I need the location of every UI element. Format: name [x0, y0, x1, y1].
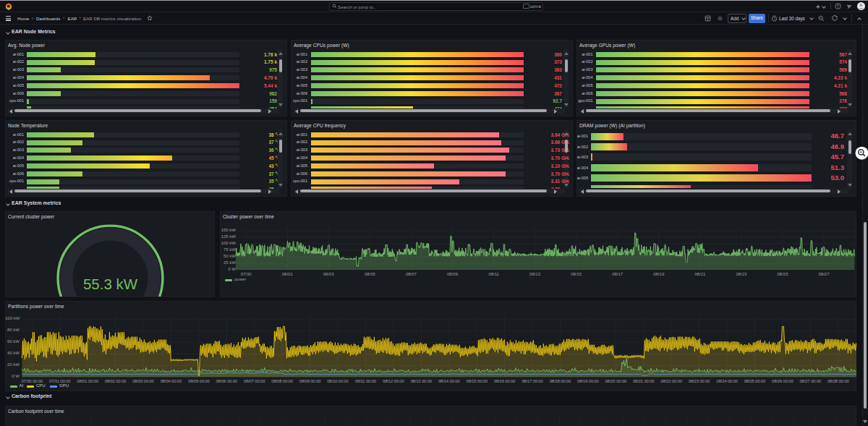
svg-text:55.3 kW: 55.3 kW	[83, 276, 138, 292]
